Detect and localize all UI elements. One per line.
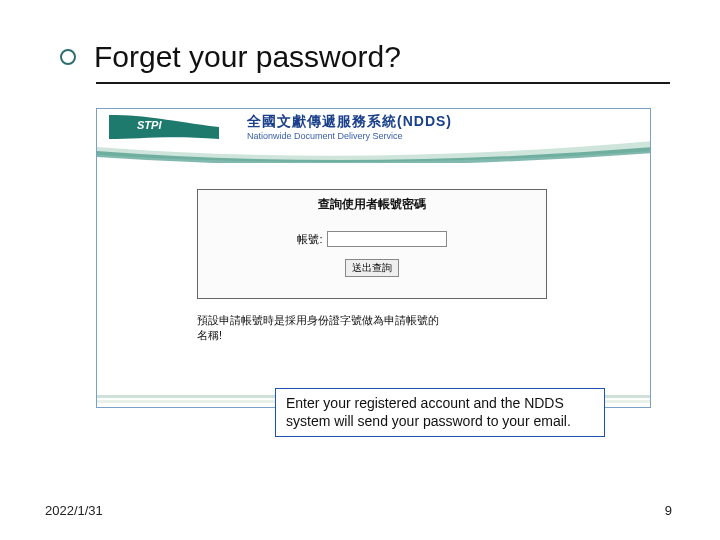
- banner-swoosh: [97, 137, 651, 163]
- title-underline: [96, 82, 670, 84]
- account-input[interactable]: [327, 231, 447, 247]
- form-note: 預設申請帳號時是採用身份證字號做為申請帳號的 名稱!: [197, 313, 557, 344]
- slide-title: Forget your password?: [94, 40, 401, 74]
- site-banner: STPI 全國文獻傳遞服務系統(NDDS) Nationwide Documen…: [97, 109, 650, 157]
- screenshot-frame: STPI 全國文獻傳遞服務系統(NDDS) Nationwide Documen…: [96, 108, 651, 408]
- svg-text:STPI: STPI: [137, 119, 162, 131]
- submit-button[interactable]: 送出查詢: [345, 259, 399, 277]
- account-label: 帳號:: [297, 232, 322, 247]
- form-note-line1: 預設申請帳號時是採用身份證字號做為申請帳號的: [197, 313, 557, 328]
- site-title-zh: 全國文獻傳遞服務系統(NDDS): [247, 113, 452, 131]
- footer-date: 2022/1/31: [45, 503, 103, 518]
- instruction-callout: Enter your registered account and the ND…: [275, 388, 605, 437]
- lookup-form: 查詢使用者帳號密碼 帳號: 送出查詢: [197, 189, 547, 299]
- form-note-line2: 名稱!: [197, 328, 557, 343]
- footer-page-number: 9: [665, 503, 672, 518]
- bullet-icon: [60, 49, 76, 65]
- stpi-logo: STPI: [109, 115, 219, 139]
- form-heading: 查詢使用者帳號密碼: [198, 190, 546, 213]
